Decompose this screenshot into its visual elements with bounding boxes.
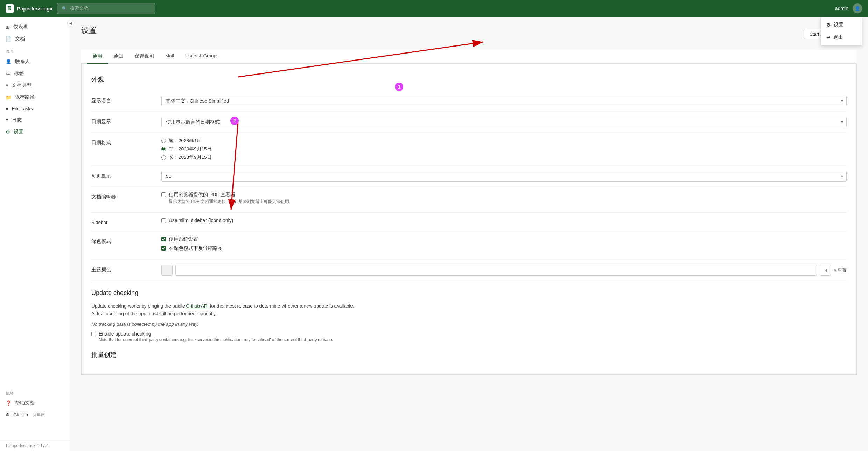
select-language[interactable]: 简体中文 - Chinese Simplified English Deutsc…	[161, 96, 847, 106]
field-display-language: 显示语言 简体中文 - Chinese Simplified English D…	[91, 91, 847, 112]
gear-icon: ⚙	[826, 22, 831, 28]
dropdown-settings-label: 设置	[834, 22, 843, 28]
radio-input-medium[interactable]	[161, 147, 166, 151]
checkbox-system-settings-input[interactable]	[161, 237, 166, 241]
folder-icon: 📁	[6, 94, 12, 100]
dashboard-icon: ⊞	[6, 24, 10, 30]
field-doc-editor: 文档编辑器 使用浏览器提供的 PDF 查看器 显示大型的 PDF 文档通常更快，…	[91, 187, 847, 213]
app-logo[interactable]: Paperless-ngx	[6, 4, 53, 13]
checkbox-enable-update-input[interactable]	[91, 332, 96, 336]
page-header: 设置 Start tour Ope	[81, 25, 857, 43]
sidebar-label-github: GitHub	[13, 412, 28, 417]
sidebar-label-help: 帮助文档	[15, 400, 35, 406]
field-date-format: 日期格式 短：2023/9/15 中：2023年9月15日 长：2023年9月1…	[91, 133, 847, 166]
github-api-link[interactable]: Github API	[186, 303, 209, 309]
tab-mail[interactable]: Mail	[160, 50, 180, 64]
checkbox-system-settings-label: 使用系统设置	[169, 236, 198, 242]
sidebar-label-settings: 设置	[14, 129, 23, 135]
radio-label-short: 短：2023/9/15	[169, 138, 200, 144]
control-theme-color: ⊡ × 重置	[161, 265, 847, 276]
checkbox-pdf-viewer-input[interactable]	[161, 192, 166, 197]
color-picker-button[interactable]: ⊡	[820, 265, 831, 276]
logout-icon: ↩	[826, 35, 831, 40]
sidebar-item-dashboard[interactable]: ⊞ 仪表盘	[0, 21, 70, 33]
logs-icon: ≡	[6, 118, 8, 123]
dropdown-item-logout[interactable]: ↩ 退出	[821, 31, 862, 44]
sidebar-label-doctypes: 文档类型	[12, 82, 32, 89]
color-swatch[interactable]	[161, 265, 173, 276]
dropdown-item-settings[interactable]: ⚙ 设置	[821, 19, 862, 31]
search-bar[interactable]: 🔍 搜索文档	[57, 3, 155, 14]
user-avatar[interactable]: 👤	[853, 3, 862, 13]
sidebar-item-documents[interactable]: 📄 文档	[0, 33, 70, 45]
radio-label-medium: 中：2023年9月15日	[169, 146, 212, 152]
sidebar-item-logs[interactable]: ≡ 日志	[0, 114, 70, 126]
sidebar-item-filetasks[interactable]: ≡ File Tasks	[0, 103, 70, 114]
tab-general[interactable]: 通用	[87, 50, 108, 64]
sidebar-collapse-button[interactable]: ◀	[67, 20, 74, 27]
sidebar-label-paths: 保存路径	[15, 94, 35, 100]
reset-color-button[interactable]: × 重置	[834, 267, 847, 273]
search-icon: 🔍	[62, 6, 67, 11]
field-date-display: 日期显示 使用显示语言的日期格式 ISO 8601 ▾	[91, 112, 847, 133]
app-name: Paperless-ngx	[17, 6, 53, 12]
label-date-format: 日期格式	[91, 138, 161, 146]
sidebar-label-dashboard: 仪表盘	[13, 24, 28, 30]
tab-usersgroups[interactable]: Users & Groups	[180, 50, 224, 64]
version-label: Paperless-ngx 1.17.4	[9, 443, 48, 448]
sidebar-item-tags[interactable]: 🏷 标签	[0, 68, 70, 79]
control-display-language: 简体中文 - Chinese Simplified English Deutsc…	[161, 96, 847, 106]
update-desc-text3: Actual updating of the app must still be…	[91, 311, 217, 316]
sidebar-item-doctypes[interactable]: # 文档类型	[0, 79, 70, 91]
select-wrapper-language: 简体中文 - Chinese Simplified English Deutsc…	[161, 96, 847, 106]
control-date-format: 短：2023/9/15 中：2023年9月15日 长：2023年9月15日	[161, 138, 847, 161]
settings-icon: ⚙	[6, 129, 10, 135]
version-info: ℹ Paperless-ngx 1.17.4	[6, 443, 64, 448]
control-doc-editor: 使用浏览器提供的 PDF 查看器 显示大型的 PDF 文档通常更快，但在某些浏览…	[161, 192, 847, 207]
filetasks-icon: ≡	[6, 106, 8, 111]
checkbox-invert-thumbnails: 在深色模式下反转缩略图	[161, 245, 847, 252]
update-checking-desc: Update checking works by pinging the pub…	[91, 302, 847, 317]
checkbox-invert-thumbnails-input[interactable]	[161, 246, 166, 251]
update-desc-text2: for the latest release to determine whet…	[210, 303, 354, 309]
person-icon: 👤	[6, 59, 12, 64]
sidebar-label-tags: 标签	[14, 70, 24, 77]
label-per-page: 每页显示	[91, 171, 161, 179]
update-checking-section: Update checking Update checking works by…	[91, 289, 847, 342]
checkbox-label-container: 使用浏览器提供的 PDF 查看器 显示大型的 PDF 文档通常更快，但在某些浏览…	[169, 192, 293, 205]
sidebar-item-help[interactable]: ❓ 帮助文档	[0, 397, 70, 409]
checkbox-slim-sidebar: Use 'slim' sidebar (icons only)	[161, 218, 847, 223]
radio-input-short[interactable]	[161, 139, 166, 143]
search-placeholder: 搜索文档	[70, 5, 88, 12]
checkbox-enable-update-label: Enable update checking	[99, 331, 333, 337]
tab-savedviews[interactable]: 保存视图	[129, 50, 160, 64]
more-section: 批量创建	[91, 351, 847, 359]
select-date-display[interactable]: 使用显示语言的日期格式 ISO 8601	[161, 117, 847, 127]
svg-rect-2	[8, 8, 11, 9]
tab-notifications[interactable]: 通知	[108, 50, 129, 64]
color-input[interactable]	[175, 265, 817, 276]
info-icon: ℹ	[6, 443, 7, 448]
tag-icon: 🏷	[6, 71, 11, 76]
control-sidebar: Use 'slim' sidebar (icons only)	[161, 218, 847, 226]
control-dark-mode: 使用系统设置 在深色模式下反转缩略图	[161, 236, 847, 254]
user-dropdown-menu: ⚙ 设置 ↩ 退出	[820, 17, 862, 45]
label-doc-editor: 文档编辑器	[91, 192, 161, 200]
field-dark-mode: 深色模式 使用系统设置 在深色模式下反转缩略图	[91, 231, 847, 260]
radio-date-long[interactable]: 长：2023年9月15日	[161, 154, 847, 161]
update-desc-text1: Update checking works by pinging the pub…	[91, 303, 185, 309]
svg-rect-1	[8, 7, 11, 8]
sidebar-item-contacts[interactable]: 👤 联系人	[0, 56, 70, 68]
sidebar-item-github[interactable]: ⊛ GitHub 提建议	[0, 409, 70, 420]
sidebar-item-paths[interactable]: 📁 保存路径	[0, 91, 70, 103]
checkbox-slim-sidebar-input[interactable]	[161, 218, 166, 223]
settings-tabs: 通用 通知 保存视图 Mail Users & Groups	[81, 50, 857, 64]
more-section-title: 批量创建	[91, 351, 847, 359]
sidebar-item-settings[interactable]: ⚙ 设置	[0, 126, 70, 138]
radio-input-long[interactable]	[161, 155, 166, 160]
update-checking-title: Update checking	[91, 289, 847, 297]
help-icon: ❓	[6, 400, 12, 406]
radio-date-medium[interactable]: 中：2023年9月15日	[161, 146, 847, 152]
radio-date-short[interactable]: 短：2023/9/15	[161, 138, 847, 144]
select-perpage[interactable]: 50 25 100	[161, 171, 847, 182]
